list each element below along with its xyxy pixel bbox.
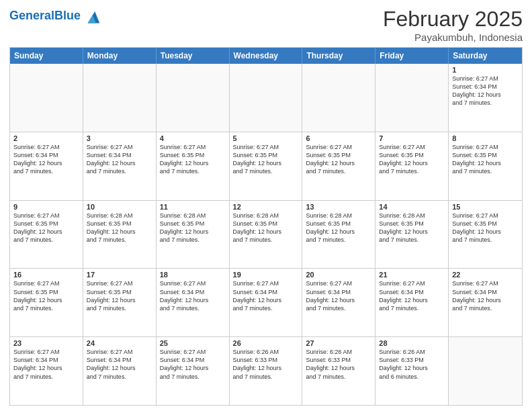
- day-number: 19: [233, 271, 299, 279]
- day-info: Sunrise: 6:26 AM Sunset: 6:33 PM Dayligh…: [233, 348, 299, 381]
- calendar-day-cell: 11Sunrise: 6:28 AM Sunset: 6:35 PM Dayli…: [157, 201, 230, 269]
- day-number: 3: [87, 134, 152, 142]
- calendar-day-cell: 28Sunrise: 6:26 AM Sunset: 6:33 PM Dayli…: [375, 337, 449, 405]
- day-number: 14: [379, 203, 445, 211]
- month-title: February 2025: [383, 7, 523, 32]
- day-info: Sunrise: 6:27 AM Sunset: 6:35 PM Dayligh…: [13, 212, 79, 244]
- day-info: Sunrise: 6:28 AM Sunset: 6:35 PM Dayligh…: [87, 212, 152, 244]
- day-info: Sunrise: 6:27 AM Sunset: 6:34 PM Dayligh…: [87, 348, 152, 381]
- logo-general: General: [9, 9, 54, 22]
- calendar-day-cell: 23Sunrise: 6:27 AM Sunset: 6:34 PM Dayli…: [10, 337, 83, 405]
- calendar-row: 9Sunrise: 6:27 AM Sunset: 6:35 PM Daylig…: [10, 200, 522, 269]
- empty-cell: [302, 64, 375, 132]
- calendar-day-cell: 10Sunrise: 6:28 AM Sunset: 6:35 PM Dayli…: [83, 201, 157, 269]
- day-info: Sunrise: 6:27 AM Sunset: 6:35 PM Dayligh…: [13, 279, 79, 312]
- calendar-day-cell: 17Sunrise: 6:27 AM Sunset: 6:35 PM Dayli…: [83, 269, 157, 336]
- day-info: Sunrise: 6:27 AM Sunset: 6:34 PM Dayligh…: [379, 279, 445, 312]
- day-number: 12: [233, 203, 299, 211]
- day-number: 21: [379, 271, 445, 279]
- weekday-header: Wednesday: [230, 48, 303, 64]
- day-info: Sunrise: 6:27 AM Sunset: 6:34 PM Dayligh…: [452, 75, 519, 107]
- weekday-header: Thursday: [302, 48, 375, 64]
- day-info: Sunrise: 6:27 AM Sunset: 6:34 PM Dayligh…: [13, 143, 79, 176]
- calendar-day-cell: 3Sunrise: 6:27 AM Sunset: 6:34 PM Daylig…: [83, 132, 157, 200]
- day-number: 5: [233, 134, 299, 142]
- calendar-day-cell: 9Sunrise: 6:27 AM Sunset: 6:35 PM Daylig…: [10, 201, 83, 269]
- title-block: February 2025 Payakumbuh, Indonesia: [383, 7, 523, 43]
- weekday-header: Saturday: [449, 48, 522, 64]
- calendar-row: 1Sunrise: 6:27 AM Sunset: 6:34 PM Daylig…: [10, 64, 522, 132]
- calendar-day-cell: 25Sunrise: 6:27 AM Sunset: 6:34 PM Dayli…: [157, 337, 230, 405]
- calendar-row: 23Sunrise: 6:27 AM Sunset: 6:34 PM Dayli…: [10, 336, 522, 405]
- day-info: Sunrise: 6:27 AM Sunset: 6:34 PM Dayligh…: [306, 279, 371, 312]
- calendar-body: 1Sunrise: 6:27 AM Sunset: 6:34 PM Daylig…: [10, 64, 522, 405]
- day-info: Sunrise: 6:27 AM Sunset: 6:34 PM Dayligh…: [452, 279, 519, 312]
- day-number: 23: [13, 339, 79, 347]
- day-info: Sunrise: 6:27 AM Sunset: 6:35 PM Dayligh…: [306, 143, 371, 176]
- calendar-day-cell: 18Sunrise: 6:27 AM Sunset: 6:34 PM Dayli…: [157, 269, 230, 336]
- day-number: 11: [160, 203, 226, 211]
- day-number: 8: [452, 134, 519, 142]
- empty-cell: [10, 64, 83, 132]
- empty-cell: [230, 64, 303, 132]
- location-title: Payakumbuh, Indonesia: [383, 32, 523, 43]
- calendar-day-cell: 19Sunrise: 6:27 AM Sunset: 6:34 PM Dayli…: [230, 269, 303, 336]
- day-info: Sunrise: 6:27 AM Sunset: 6:35 PM Dayligh…: [87, 279, 152, 312]
- calendar-day-cell: 27Sunrise: 6:26 AM Sunset: 6:33 PM Dayli…: [302, 337, 375, 405]
- calendar-day-cell: 16Sunrise: 6:27 AM Sunset: 6:35 PM Dayli…: [10, 269, 83, 336]
- calendar-day-cell: 24Sunrise: 6:27 AM Sunset: 6:34 PM Dayli…: [83, 337, 157, 405]
- day-number: 22: [452, 271, 519, 279]
- day-info: Sunrise: 6:28 AM Sunset: 6:35 PM Dayligh…: [233, 212, 299, 244]
- calendar: SundayMondayTuesdayWednesdayThursdayFrid…: [9, 47, 523, 406]
- calendar-day-cell: 15Sunrise: 6:27 AM Sunset: 6:35 PM Dayli…: [449, 201, 522, 269]
- day-number: 17: [87, 271, 152, 279]
- day-info: Sunrise: 6:27 AM Sunset: 6:35 PM Dayligh…: [452, 143, 519, 176]
- day-number: 4: [160, 134, 226, 142]
- day-info: Sunrise: 6:28 AM Sunset: 6:35 PM Dayligh…: [306, 212, 371, 244]
- calendar-day-cell: 7Sunrise: 6:27 AM Sunset: 6:35 PM Daylig…: [375, 132, 449, 200]
- calendar-day-cell: 5Sunrise: 6:27 AM Sunset: 6:35 PM Daylig…: [230, 132, 303, 200]
- calendar-day-cell: 22Sunrise: 6:27 AM Sunset: 6:34 PM Dayli…: [449, 269, 522, 336]
- day-number: 16: [13, 271, 79, 279]
- day-number: 13: [306, 203, 371, 211]
- day-info: Sunrise: 6:27 AM Sunset: 6:35 PM Dayligh…: [452, 212, 519, 244]
- day-number: 18: [160, 271, 226, 279]
- header: GeneralBlue February 2025 Payakumbuh, In…: [9, 7, 523, 43]
- day-number: 1: [452, 66, 519, 74]
- empty-cell: [83, 64, 157, 132]
- weekday-header: Tuesday: [157, 48, 230, 64]
- calendar-day-cell: 1Sunrise: 6:27 AM Sunset: 6:34 PM Daylig…: [449, 64, 522, 132]
- calendar-row: 16Sunrise: 6:27 AM Sunset: 6:35 PM Dayli…: [10, 268, 522, 336]
- day-number: 15: [452, 203, 519, 211]
- calendar-day-cell: 21Sunrise: 6:27 AM Sunset: 6:34 PM Dayli…: [375, 269, 449, 336]
- calendar-day-cell: 20Sunrise: 6:27 AM Sunset: 6:34 PM Dayli…: [302, 269, 375, 336]
- day-info: Sunrise: 6:27 AM Sunset: 6:34 PM Dayligh…: [160, 279, 226, 312]
- day-info: Sunrise: 6:26 AM Sunset: 6:33 PM Dayligh…: [306, 348, 371, 381]
- empty-cell: [375, 64, 449, 132]
- weekday-header: Friday: [375, 48, 449, 64]
- calendar-day-cell: 12Sunrise: 6:28 AM Sunset: 6:35 PM Dayli…: [230, 201, 303, 269]
- day-number: 7: [379, 134, 445, 142]
- day-number: 28: [379, 339, 445, 347]
- weekday-header: Sunday: [10, 48, 83, 64]
- calendar-header: SundayMondayTuesdayWednesdayThursdayFrid…: [10, 48, 522, 64]
- calendar-day-cell: 14Sunrise: 6:28 AM Sunset: 6:35 PM Dayli…: [375, 201, 449, 269]
- day-number: 2: [13, 134, 79, 142]
- calendar-day-cell: 8Sunrise: 6:27 AM Sunset: 6:35 PM Daylig…: [449, 132, 522, 200]
- day-number: 24: [87, 339, 152, 347]
- day-number: 6: [306, 134, 371, 142]
- logo-blue: Blue: [54, 9, 81, 22]
- day-number: 27: [306, 339, 371, 347]
- day-info: Sunrise: 6:27 AM Sunset: 6:34 PM Dayligh…: [233, 279, 299, 312]
- day-info: Sunrise: 6:27 AM Sunset: 6:34 PM Dayligh…: [160, 348, 226, 381]
- logo-icon: [82, 7, 101, 26]
- calendar-day-cell: 2Sunrise: 6:27 AM Sunset: 6:34 PM Daylig…: [10, 132, 83, 200]
- calendar-day-cell: 6Sunrise: 6:27 AM Sunset: 6:35 PM Daylig…: [302, 132, 375, 200]
- day-number: 20: [306, 271, 371, 279]
- day-number: 26: [233, 339, 299, 347]
- day-info: Sunrise: 6:27 AM Sunset: 6:34 PM Dayligh…: [87, 143, 152, 176]
- day-info: Sunrise: 6:27 AM Sunset: 6:35 PM Dayligh…: [379, 143, 445, 176]
- logo-text: GeneralBlue: [9, 9, 81, 23]
- day-info: Sunrise: 6:26 AM Sunset: 6:33 PM Dayligh…: [379, 348, 445, 381]
- calendar-day-cell: 13Sunrise: 6:28 AM Sunset: 6:35 PM Dayli…: [302, 201, 375, 269]
